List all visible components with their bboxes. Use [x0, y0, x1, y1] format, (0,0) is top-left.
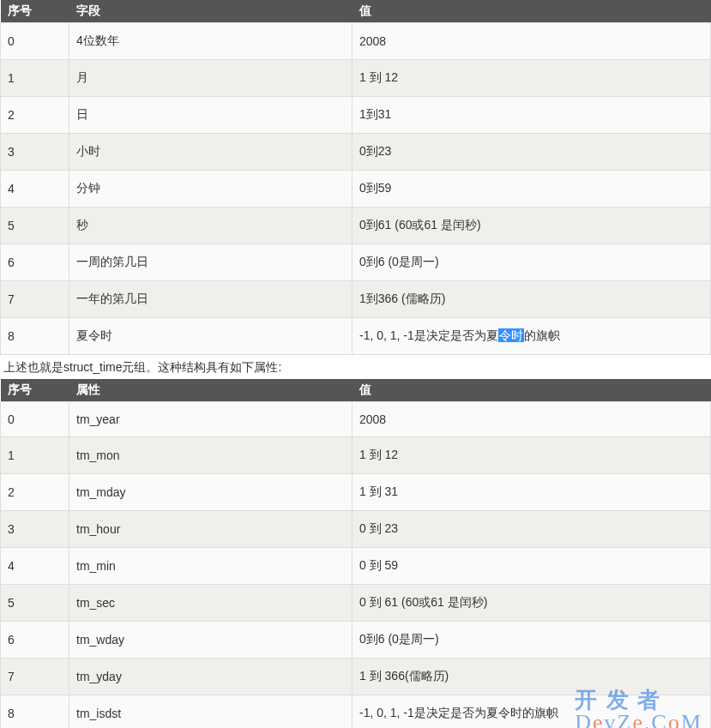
cell-attr: tm_isdst: [69, 695, 352, 729]
cell-idx: 3: [1, 134, 69, 171]
cell-idx: 5: [1, 585, 69, 622]
table-row: 7 一年的第几日 1到366 (儒略历): [1, 281, 711, 318]
cell-value: 1 到 31: [352, 474, 711, 511]
cell-idx: 0: [1, 402, 69, 437]
table-row: 2 日 1到31: [1, 97, 711, 134]
cell-value: -1, 0, 1, -1是决定是否为夏令时的旗帜: [352, 695, 711, 729]
highlighted-text: 令时: [498, 328, 524, 342]
table-row: 6 tm_wday 0到6 (0是周一): [1, 622, 711, 659]
table-row: 6 一周的第几日 0到6 (0是周一): [1, 244, 711, 281]
cell-idx: 6: [1, 244, 69, 281]
cell-idx: 2: [1, 97, 69, 134]
cell-idx: 7: [1, 281, 69, 318]
cell-value: 0到6 (0是周一): [352, 622, 711, 659]
cell-attr: tm_mday: [69, 474, 352, 511]
cell-value: 1 到 12: [352, 437, 711, 474]
cell-value: 0 到 61 (60或61 是闰秒): [352, 585, 711, 622]
cell-value: 1到31: [352, 97, 711, 134]
cell-field: 夏令时: [69, 318, 352, 355]
cell-field: 秒: [69, 208, 352, 244]
cell-attr: tm_wday: [69, 622, 352, 659]
table-row: 3 小时 0到23: [1, 134, 711, 171]
text: 的旗帜: [524, 328, 560, 342]
table-row: 0 tm_year 2008: [1, 402, 711, 437]
time-tuple-table: 序号 字段 值 0 4位数年 2008 1 月 1 到 12 2 日 1到31 …: [0, 0, 711, 355]
cell-attr: tm_hour: [69, 511, 352, 548]
cell-attr: tm_sec: [69, 585, 352, 622]
cell-idx: 5: [1, 208, 69, 244]
cell-field: 4位数年: [69, 23, 352, 60]
cell-field: 月: [69, 60, 352, 97]
th-field: 字段: [69, 0, 352, 23]
cell-field: 一周的第几日: [69, 244, 352, 281]
cell-value: 0到59: [352, 171, 711, 208]
table-row: 3 tm_hour 0 到 23: [1, 511, 711, 548]
cell-value: 1到366 (儒略历): [352, 281, 711, 318]
struct-time-description: 上述也就是struct_time元组。这种结构具有如下属性:: [3, 360, 708, 376]
text: -1, 0, 1, -1是决定是否为夏: [359, 328, 498, 342]
cell-idx: 7: [1, 659, 69, 695]
table-row: 1 月 1 到 12: [1, 60, 711, 97]
th-value: 值: [352, 379, 711, 402]
cell-attr: tm_min: [69, 548, 352, 585]
th-index: 序号: [1, 0, 69, 23]
cell-value: 1 到 12: [352, 60, 711, 97]
cell-idx: 8: [1, 695, 69, 729]
th-index: 序号: [1, 379, 69, 402]
cell-value: 0到6 (0是周一): [352, 244, 711, 281]
cell-idx: 0: [1, 23, 69, 60]
cell-idx: 8: [1, 318, 69, 355]
table-row: 5 秒 0到61 (60或61 是闰秒): [1, 208, 711, 244]
table-row: 2 tm_mday 1 到 31: [1, 474, 711, 511]
th-value: 值: [352, 0, 711, 23]
cell-value: 0到61 (60或61 是闰秒): [352, 208, 711, 244]
cell-idx: 1: [1, 60, 69, 97]
table-row: 5 tm_sec 0 到 61 (60或61 是闰秒): [1, 585, 711, 622]
th-attr: 属性: [69, 379, 352, 402]
table-row: 8 夏令时 -1, 0, 1, -1是决定是否为夏令时的旗帜: [1, 318, 711, 355]
table-row: 1 tm_mon 1 到 12: [1, 437, 711, 474]
cell-idx: 3: [1, 511, 69, 548]
cell-value: 0 到 23: [352, 511, 711, 548]
cell-idx: 6: [1, 622, 69, 659]
cell-value: 1 到 366(儒略历): [352, 659, 711, 695]
cell-value: -1, 0, 1, -1是决定是否为夏令时的旗帜: [352, 318, 711, 355]
table-row: 0 4位数年 2008: [1, 23, 711, 60]
cell-attr: tm_yday: [69, 659, 352, 695]
cell-field: 一年的第几日: [69, 281, 352, 318]
cell-value: 2008: [352, 23, 711, 60]
cell-idx: 4: [1, 548, 69, 585]
table-row: 4 tm_min 0 到 59: [1, 548, 711, 585]
cell-idx: 2: [1, 474, 69, 511]
cell-field: 分钟: [69, 171, 352, 208]
cell-field: 小时: [69, 134, 352, 171]
cell-value: 0 到 59: [352, 548, 711, 585]
cell-idx: 4: [1, 171, 69, 208]
struct-time-table: 序号 属性 值 0 tm_year 2008 1 tm_mon 1 到 12 2…: [0, 379, 711, 728]
cell-field: 日: [69, 97, 352, 134]
table-row: 7 tm_yday 1 到 366(儒略历): [1, 659, 711, 695]
cell-attr: tm_year: [69, 402, 352, 437]
table-row: 8 tm_isdst -1, 0, 1, -1是决定是否为夏令时的旗帜: [1, 695, 711, 729]
cell-idx: 1: [1, 437, 69, 474]
cell-value: 2008: [352, 402, 711, 437]
table-row: 4 分钟 0到59: [1, 171, 711, 208]
cell-value: 0到23: [352, 134, 711, 171]
cell-attr: tm_mon: [69, 437, 352, 474]
